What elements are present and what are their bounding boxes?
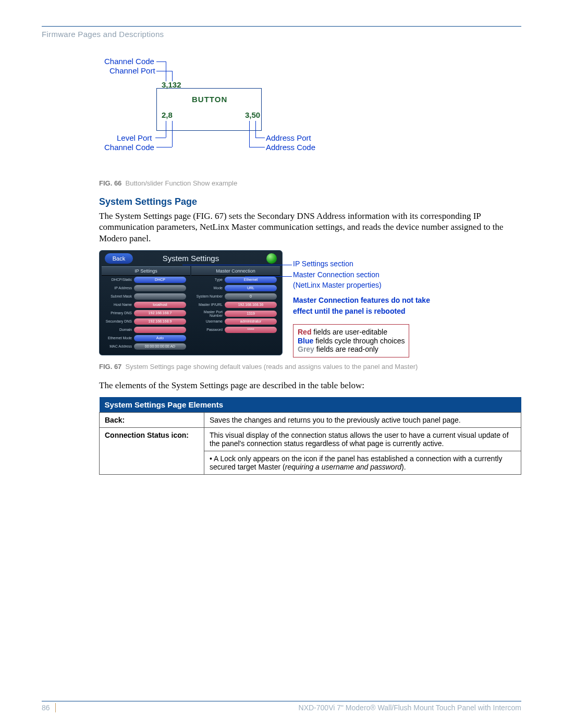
field-label: Ethernet Mode [103, 336, 132, 340]
button-label: BUTTON [192, 95, 227, 104]
field-label: Domain [103, 328, 132, 331]
table-intro: The elements of the System Settings page… [99, 380, 521, 391]
callout-warn2: effect until the panel is rebooted [293, 307, 517, 316]
field-label: System Number [193, 294, 223, 298]
fig67-caption-text: System Settings page showing default val… [126, 363, 418, 371]
panel-field-row: Ethernet ModeAuto [103, 335, 189, 342]
bullet-text-ital: requiring a username and password [285, 463, 401, 471]
callout-channel-code: Channel Code [104, 57, 154, 66]
callout-channel-port: Channel Port [109, 66, 155, 75]
running-header: Firmware Pages and Descriptions [42, 30, 521, 39]
fig66-caption-label: FIG. 66 [99, 179, 121, 187]
row-val: Saves the changes and returns you to the… [204, 413, 521, 428]
system-settings-panel: Back System Settings IP Settings Master … [99, 250, 283, 355]
field-label: Primary DNS [103, 311, 132, 315]
callout-mc-section2: (NetLinx Master properties) [293, 281, 517, 290]
field-value-chip[interactable]: Ethernet [225, 277, 277, 283]
row-val: This visual display of the connection st… [204, 428, 521, 451]
field-value-chip[interactable]: 192.168.168.7 [134, 310, 186, 316]
field-label: Subnet Mask [103, 294, 132, 298]
table-title: System Settings Page Elements [100, 397, 521, 413]
panel-field-row: IP Address [103, 285, 189, 292]
fig66-caption-text: Button/slider Function Show example [126, 179, 238, 187]
legend-grey-key: Grey [298, 345, 314, 353]
field-label: Username [193, 319, 223, 323]
field-label: Host Name [103, 303, 132, 306]
callout-level-port: Level Port [117, 133, 152, 142]
legend-blue-val: fields cycle through choices [313, 337, 405, 345]
panel-field-row: MAC Address00:00:00:00:00:AD [103, 343, 189, 351]
address-value: 3,50 [245, 110, 260, 119]
page-number: 86 [42, 701, 50, 712]
panel-field-row: Domain [103, 327, 189, 334]
row-key: Connection Status icon: [100, 428, 204, 475]
section-heading: System Settings Page [99, 196, 521, 207]
callout-ip-section: IP Settings section [293, 260, 517, 268]
legend-red-key: Red [298, 328, 311, 336]
legend-grey-val: fields are read-only [314, 345, 378, 353]
callout-address-port: Address Port [266, 133, 311, 142]
field-label: IP Address [103, 286, 132, 290]
field-label: Master IP/URL [193, 303, 223, 306]
page-footer: 86 NXD-700Vi 7" Modero® Wall/Flush Mount… [42, 701, 521, 712]
field-value-chip[interactable] [134, 327, 186, 333]
fig67-caption-label: FIG. 67 [99, 363, 121, 371]
field-value-chip[interactable]: 192.168.168.9 [134, 318, 186, 325]
field-value-chip[interactable]: 1319 [225, 311, 277, 317]
field-value-chip[interactable]: administrator [225, 318, 277, 325]
panel-field-row: Host Namelocalhost [103, 302, 189, 309]
table-row: Back: Saves the changes and returns you … [100, 413, 521, 428]
field-value-chip[interactable]: 192.168.168.36 [225, 302, 277, 308]
header-rule [42, 26, 521, 27]
panel-field-row: Secondary DNS192.168.168.9 [103, 318, 189, 326]
panel-field-row: Master Port Number1319 [193, 310, 280, 317]
section-paragraph: The System Settings page (FIG. 67) sets … [99, 211, 521, 244]
field-value-chip[interactable]: localhost [134, 302, 186, 308]
panel-field-row: DHCP/StaticDHCP [103, 277, 189, 284]
field-value-chip[interactable]: ***** [225, 327, 277, 333]
fig67: Back System Settings IP Settings Master … [99, 250, 521, 360]
field-label: DHCP/Static [103, 278, 132, 281]
footer-product: NXD-700Vi 7" Modero® Wall/Flush Mount To… [299, 701, 521, 712]
field-value-chip[interactable]: URL [225, 285, 277, 291]
callout-warn1: Master Connection features do not take [293, 296, 517, 305]
panel-field-row: Password***** [193, 327, 280, 334]
legend-red-val: fields are user-editable [311, 328, 387, 336]
field-label: Password [193, 328, 223, 331]
field-label: Secondary DNS [103, 319, 132, 323]
panel-title: System Settings [100, 254, 282, 263]
row-key: Back: [100, 413, 204, 428]
field-label: Mode [193, 286, 223, 290]
field-value-chip[interactable]: DHCP [134, 277, 186, 283]
callout-channel-code-b: Channel Code [104, 143, 154, 152]
fig66-diagram: 3,132 BUTTON 2,8 3,50 Channel Code Chann… [99, 59, 521, 174]
field-value-chip: 0 [225, 293, 277, 300]
elements-table: System Settings Page Elements Back: Save… [99, 397, 521, 475]
connection-status-icon[interactable] [266, 253, 277, 264]
legend-blue-key: Blue [298, 337, 313, 345]
table-row: Connection Status icon: This visual disp… [100, 428, 521, 451]
panel-field-row: System Number0 [193, 293, 280, 301]
field-value-chip [134, 293, 186, 300]
field-label: Type [193, 278, 223, 281]
footer-rule [55, 703, 56, 712]
ip-settings-header: IP Settings [102, 266, 190, 276]
panel-field-row: Usernameadministrator [193, 318, 280, 326]
fig67-caption: FIG. 67 System Settings page showing def… [99, 363, 521, 371]
fig67-callouts: IP Settings section Master Connection se… [293, 250, 517, 357]
row-bullet: • A Lock only appears on the icon if the… [204, 451, 521, 475]
bullet-tail: ). [401, 463, 406, 471]
channel-code-value-top: 3,132 [162, 80, 181, 89]
panel-field-row: ModeURL [193, 285, 280, 292]
panel-field-row: Master IP/URL192.168.168.36 [193, 302, 280, 309]
panel-field-row: TypeEthernet [193, 277, 280, 284]
field-label: MAC Address [103, 344, 132, 348]
callout-address-code: Address Code [266, 143, 315, 152]
master-connection-header: Master Connection [191, 266, 280, 276]
field-value-chip[interactable]: Auto [134, 335, 186, 341]
callout-mc-section: Master Connection section [293, 270, 517, 279]
field-legend: Red fields are user-editable Blue fields… [293, 324, 409, 357]
document-page: Firmware Pages and Descriptions 3,132 BU… [42, 26, 521, 475]
fig66-caption: FIG. 66 Button/slider Function Show exam… [99, 179, 521, 187]
panel-field-row: Primary DNS192.168.168.7 [103, 310, 189, 317]
